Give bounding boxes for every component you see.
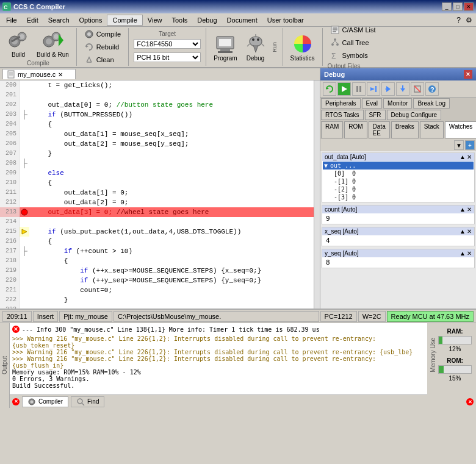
watch-count-name: count [Auto] [325,206,357,213]
svg-point-64 [31,400,34,403]
menu-edit[interactable]: Edit [22,15,43,25]
tab-eval[interactable]: Eval [362,98,382,109]
close-button[interactable]: ✕ [464,2,474,11]
watch-xseq-close[interactable]: ✕ [467,228,472,235]
watch-count-close[interactable]: ✕ [467,206,472,213]
statistics-button[interactable]: Statistics [288,32,317,63]
svg-point-20 [250,37,262,46]
watch-count-header[interactable]: count [Auto] ▲ ✕ [322,205,474,213]
rom-bar-fill [439,366,444,373]
menu-tools[interactable]: Tools [167,15,193,25]
tab-break-log[interactable]: Break Log [413,98,450,109]
debug-step-into-button[interactable] [381,82,395,96]
clean-button[interactable]: Clean [82,54,123,65]
watch-new-button[interactable]: + [465,140,475,150]
svg-line-23 [247,44,250,46]
watch-yseq-expand[interactable]: ▲ [460,250,466,257]
tab-watches[interactable]: Watches [445,121,476,138]
compile-icon [84,29,94,39]
debug-tab-area: Peripherals Eval Monitor Break Log RTOS … [320,98,476,139]
table-row: 219 if (++x_seq>=MOUSE_SEQUENCE_STEPS) {… [0,266,314,276]
debug-toolbar: ? [320,80,476,98]
tab-monitor[interactable]: Monitor [383,98,412,109]
watch-out-data-expand[interactable]: ▲ [460,154,466,160]
target-chip-select[interactable]: FC18F4550 [134,39,201,49]
output-scroll[interactable]: >>> Warning 216 "my_mouse.c" Line 226{1,… [10,335,427,394]
watch-yseq-close[interactable]: ✕ [467,250,472,257]
watch-out-data-header[interactable]: out_data [Auto] ▲ ✕ [322,153,474,161]
tab-rom[interactable]: ROM [344,121,367,138]
minimize-button[interactable]: _ [442,2,452,11]
svg-point-13 [87,32,91,36]
watch-row-out-data-root[interactable]: ▼ out_... [323,162,474,170]
symbols-button[interactable]: Σ Symbols [328,50,378,61]
step-into-icon [383,84,393,94]
target-mode-select[interactable]: PCH 16 bit [134,52,201,62]
program-button[interactable]: Program [211,32,239,63]
editor-vscroll[interactable] [314,80,320,309]
table-row: 215 if (usb_put_packet(1,out_data,4,USB_… [0,227,314,237]
build-run-button[interactable]: Build & Run [34,28,71,59]
watch-out-data-close[interactable]: ✕ [467,154,472,160]
clean-label: Clean [96,56,114,63]
watch-yseq-header[interactable]: y_seq [Auto] ▲ ✕ [322,249,474,257]
compiler-tab-icon [27,398,36,406]
debug-icon [245,33,267,55]
tab-data-ee[interactable]: Data EE [369,121,390,138]
build-button[interactable]: Build [5,28,32,59]
call-tree-button[interactable]: Call Tree [328,37,378,48]
debug-pause-button[interactable] [352,82,366,96]
file-tab-close[interactable]: ✕ [58,71,63,78]
tab-sfr[interactable]: SFR [365,110,386,120]
ram-label: RAM: [447,328,463,335]
tab-debug-configure[interactable]: Debug Configure [387,110,442,120]
tab-rtos-tasks[interactable]: RTOS Tasks [321,110,364,120]
build-icon [7,29,29,51]
compile-button[interactable]: Compile [82,29,123,40]
debug-help-button[interactable]: ? [425,82,439,96]
menu-compile[interactable]: Compile [107,15,142,26]
casm-list-button[interactable]: C/ASM List [328,24,378,35]
watch-xseq-header[interactable]: x_seq [Auto] ▲ ✕ [322,227,474,235]
table-row: 208 [0,159,314,168]
watches-area[interactable]: ▼ + out_data [Auto] ▲ ✕ ▼ out_... [320,139,476,309]
settings-icon[interactable]: ⚙ [463,16,475,24]
menu-file[interactable]: File [1,15,22,25]
table-row: 217 if (++count > 10) [0,246,314,256]
menu-search[interactable]: Search [43,15,74,25]
debug-play-button[interactable] [337,82,351,96]
debug-restart-button[interactable] [323,82,336,96]
compile-group-label: Compile [27,60,49,66]
menu-document[interactable]: Document [222,15,262,25]
title-bar-controls[interactable]: _ □ ✕ [442,2,474,11]
debug-toolbar-button[interactable]: Debug [242,32,269,63]
svg-text:Σ: Σ [331,52,336,60]
code-area[interactable]: 200 t = get_ticks(); 201 202 [0,80,320,309]
maximize-button[interactable]: □ [453,2,463,11]
status-path: C:\Projects\UsbMouse\my_mouse. [114,311,319,322]
debug-step-over-button[interactable] [367,82,380,96]
watch-count-expand[interactable]: ▲ [460,206,466,213]
tab-ram[interactable]: RAM [321,121,343,138]
tab-breaks[interactable]: Breaks [391,121,419,138]
menu-user-toolbar[interactable]: User toolbar [262,15,309,25]
rebuild-button[interactable]: Rebuild [82,41,123,52]
debug-reset-button[interactable] [411,82,424,96]
code-scroll[interactable]: 200 t = get_ticks(); 201 202 [0,80,314,309]
tab-compiler[interactable]: Compiler [22,396,68,407]
menu-view[interactable]: View [143,15,167,25]
watch-add-button[interactable]: ▼ [454,140,464,150]
file-tab[interactable]: my_mouse.c ✕ [2,69,76,79]
error-icon: ✕ [12,326,20,333]
tab-find-label: Find [87,398,99,405]
tab-peripherals[interactable]: Peripherals [321,98,361,109]
menu-options[interactable]: Options [74,15,107,25]
watch-xseq-expand[interactable]: ▲ [460,228,466,235]
tab-find[interactable]: Find [71,396,104,407]
help-icon[interactable]: ? [454,16,463,24]
debug-title-text: Debug [324,71,345,78]
menu-debug[interactable]: Debug [192,15,222,25]
debug-close-icon[interactable]: ✕ [464,70,472,79]
debug-step-out-button[interactable] [396,82,409,96]
tab-stack[interactable]: Stack [420,121,444,138]
